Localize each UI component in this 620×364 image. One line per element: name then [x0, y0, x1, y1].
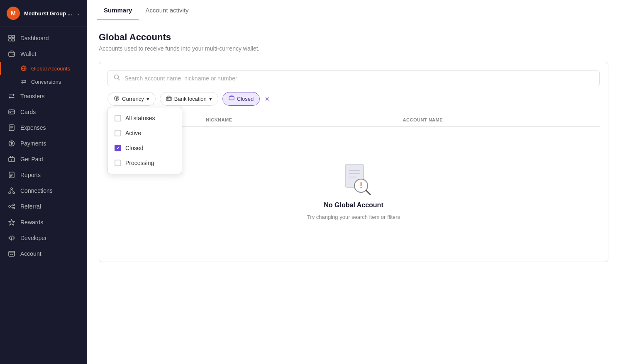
- sidebar-item-cards[interactable]: Cards: [0, 104, 87, 120]
- company-name: Medhurst Group ...: [24, 10, 72, 17]
- sidebar-item-expenses-label: Expenses: [20, 124, 46, 131]
- tabs-bar: Summary Account activity: [87, 0, 620, 20]
- expense-icon: [8, 124, 15, 131]
- svg-rect-7: [9, 110, 15, 114]
- svg-point-16: [9, 206, 10, 207]
- sidebar-item-referral-label: Referral: [20, 203, 41, 210]
- svg-rect-2: [9, 39, 11, 41]
- svg-rect-4: [9, 52, 15, 56]
- sidebar-item-transfers[interactable]: Transfers: [0, 88, 87, 104]
- sidebar-item-global-accounts-label: Global Accounts: [31, 66, 70, 72]
- status-option-closed-label: Closed: [125, 145, 144, 151]
- sidebar-item-developer-label: Developer: [20, 235, 47, 241]
- status-option-active-label: Active: [125, 130, 141, 136]
- connections-icon: [8, 187, 15, 194]
- company-logo: M: [7, 7, 20, 20]
- svg-point-15: [13, 192, 15, 194]
- sidebar-item-connections-label: Connections: [20, 187, 53, 194]
- search-input[interactable]: [124, 75, 593, 82]
- search-icon: [114, 74, 120, 83]
- sidebar-item-rewards-label: Rewards: [20, 219, 43, 226]
- sidebar-item-conversions-label: Conversions: [31, 79, 61, 85]
- sidebar-item-expenses[interactable]: Expenses: [0, 120, 87, 136]
- sidebar-item-account[interactable]: Account: [0, 246, 87, 262]
- sidebar-item-get-paid-label: Get Paid: [20, 156, 43, 163]
- status-filter-clear-button[interactable]: ✕: [265, 96, 270, 102]
- global-accounts-icon: [20, 65, 27, 72]
- svg-rect-0: [9, 35, 11, 38]
- sidebar-item-dashboard-label: Dashboard: [20, 35, 49, 41]
- status-option-active[interactable]: Active: [108, 126, 182, 141]
- svg-rect-20: [9, 251, 15, 256]
- status-filter-label: Closed: [237, 96, 254, 102]
- svg-rect-24: [167, 98, 168, 99]
- sidebar-item-payments-label: Payments: [20, 140, 46, 147]
- developer-icon: [8, 234, 15, 242]
- main-content: Summary Account activity Global Accounts…: [87, 0, 620, 364]
- svg-rect-25: [168, 98, 169, 99]
- page-subtitle: Accounts used to receive funds into your…: [99, 45, 608, 52]
- referral-icon: [8, 203, 15, 210]
- svg-rect-26: [170, 98, 171, 99]
- currency-filter-label: Currency: [122, 96, 144, 102]
- tab-account-activity[interactable]: Account activity: [139, 0, 195, 20]
- svg-rect-12: [9, 172, 14, 178]
- sidebar-item-wallet[interactable]: Wallet: [0, 46, 87, 62]
- sidebar-item-global-accounts[interactable]: Global Accounts: [0, 62, 87, 75]
- column-account-name: ACCOUNT NAME: [403, 117, 600, 122]
- checkbox-closed: [115, 145, 121, 151]
- status-icon: [229, 95, 234, 102]
- sidebar-item-transfers-label: Transfers: [20, 93, 45, 99]
- status-option-processing-label: Processing: [125, 160, 154, 166]
- empty-state-subtitle: Try changing your search item or filters: [307, 214, 400, 220]
- sidebar-item-developer[interactable]: Developer: [0, 230, 87, 246]
- bank-location-filter-button[interactable]: Bank location ▾: [160, 92, 218, 106]
- company-header[interactable]: M Medhurst Group ... ⌄: [0, 0, 87, 27]
- tab-summary[interactable]: Summary: [97, 0, 139, 20]
- page-title: Global Accounts: [99, 32, 608, 43]
- sidebar-item-referral[interactable]: Referral: [0, 199, 87, 214]
- filter-row: Currency ▾ Ban: [107, 92, 600, 106]
- sidebar-item-cards-label: Cards: [20, 109, 36, 115]
- sidebar-item-wallet-label: Wallet: [20, 51, 36, 57]
- sidebar-item-get-paid[interactable]: Get Paid: [0, 151, 87, 167]
- svg-point-18: [13, 207, 15, 209]
- sidebar-item-reports-label: Reports: [20, 172, 41, 178]
- page-content: Global Accounts Accounts used to receive…: [87, 20, 620, 364]
- svg-rect-3: [12, 39, 15, 41]
- grid-icon: [8, 34, 15, 42]
- svg-marker-19: [9, 219, 15, 225]
- currency-icon: [114, 95, 120, 102]
- chevron-down-icon-2: ▾: [209, 96, 212, 102]
- svg-point-14: [9, 192, 10, 194]
- svg-rect-27: [229, 97, 234, 100]
- sidebar: M Medhurst Group ... ⌄ Dashboard: [0, 0, 87, 364]
- chevron-down-icon: ⌄: [76, 10, 81, 16]
- status-option-all[interactable]: All statuses: [108, 111, 182, 126]
- search-bar: [107, 70, 600, 86]
- wallet-sub-nav: Global Accounts Conversions: [0, 62, 87, 88]
- svg-point-5: [13, 54, 14, 55]
- status-option-closed[interactable]: Closed: [108, 141, 182, 155]
- bank-icon: [166, 95, 172, 102]
- status-option-processing[interactable]: Processing: [108, 155, 182, 170]
- wallet-icon: [8, 50, 15, 58]
- account-icon: [8, 250, 15, 257]
- sidebar-item-conversions[interactable]: Conversions: [0, 75, 87, 88]
- transfer-icon: [8, 92, 15, 100]
- chevron-down-icon: ▾: [146, 96, 149, 102]
- status-filter-button[interactable]: Closed: [222, 92, 260, 106]
- sidebar-nav: Dashboard Wallet: [0, 27, 87, 364]
- rewards-icon: [8, 218, 15, 226]
- empty-state-title: No Global Account: [324, 201, 383, 209]
- sidebar-item-payments[interactable]: Payments: [0, 136, 87, 151]
- sidebar-item-dashboard[interactable]: Dashboard: [0, 30, 87, 46]
- sidebar-item-connections[interactable]: Connections: [0, 183, 87, 199]
- bank-location-filter-label: Bank location: [174, 96, 207, 102]
- currency-filter-button[interactable]: Currency ▾: [107, 92, 156, 106]
- checkbox-active: [115, 130, 121, 136]
- sidebar-item-rewards[interactable]: Rewards: [0, 214, 87, 230]
- sidebar-item-reports[interactable]: Reports: [0, 167, 87, 183]
- svg-rect-1: [12, 35, 15, 38]
- getpaid-icon: [8, 155, 15, 163]
